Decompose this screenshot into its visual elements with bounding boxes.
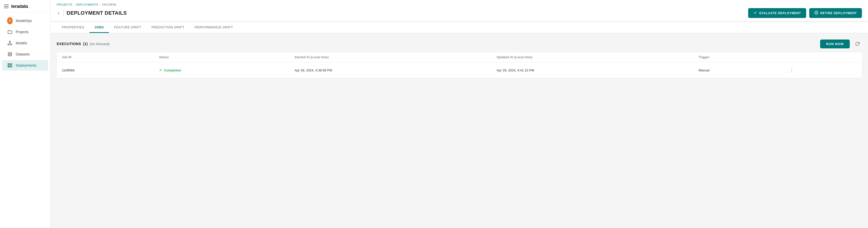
tab-feature-drift[interactable]: FEATURE DRIFT <box>109 22 147 33</box>
hamburger-icon[interactable] <box>4 5 9 8</box>
sidebar-item-datasets[interactable]: Datasets <box>2 49 49 60</box>
modelops-icon: T <box>7 18 13 24</box>
sidebar-item-label: Models <box>16 41 27 45</box>
back-button[interactable]: ‹ <box>57 10 60 16</box>
col-trigger: Trigger <box>694 53 783 62</box>
section-header: EXECUTIONS (1) [On Demand] RUN NOW <box>57 39 862 48</box>
svg-point-6 <box>8 53 11 54</box>
breadcrumb-deployments[interactable]: DEPLOYMENTS <box>76 3 98 6</box>
table-body: 1e0f6fb9 ✓ Completed Apr 29, 2024, 4:38:… <box>57 62 862 78</box>
logo: teradata. <box>11 4 30 9</box>
evaluate-deployment-button[interactable]: EVALUATE DEPLOYMENT <box>748 8 806 18</box>
datasets-icon <box>7 52 13 57</box>
section-actions: RUN NOW <box>820 39 862 48</box>
logo-dot: . <box>29 4 30 9</box>
sidebar-item-label: Projects <box>16 30 29 34</box>
executions-table: Job ID Status Started At (Local time) Up… <box>57 53 862 78</box>
breadcrumb: PROJECTS › DEPLOYMENTS › 23CC8F86 <box>57 0 862 8</box>
cell-job-id: 1e0f6fb9 <box>57 62 154 78</box>
sidebar-item-deployments[interactable]: Deployments <box>2 60 49 71</box>
svg-point-2 <box>11 44 12 45</box>
tabs-row: PROPERTIES JOBS FEATURE DRIFT PREDICTION… <box>51 22 868 33</box>
col-started-at: Started At (Local time) <box>289 53 492 62</box>
breadcrumb-projects[interactable]: PROJECTS <box>57 3 72 6</box>
svg-point-12 <box>8 67 9 67</box>
title-left: ‹ DEPLOYMENT DETAILS <box>57 10 127 16</box>
run-now-button[interactable]: RUN NOW <box>820 39 850 48</box>
tab-jobs[interactable]: JOBS <box>89 22 109 33</box>
table-head: Job ID Status Started At (Local time) Up… <box>57 53 862 62</box>
main-content: PROJECTS › DEPLOYMENTS › 23CC8F86 ‹ DEPL… <box>51 0 868 228</box>
col-status: Status <box>154 53 289 62</box>
sidebar-header: teradata. <box>0 0 51 13</box>
retire-icon <box>814 11 818 15</box>
title-row: ‹ DEPLOYMENT DETAILS EVALUATE DEPLOYMENT <box>57 8 862 21</box>
sidebar-item-modelops[interactable]: T ModelOps <box>2 15 49 26</box>
sidebar-nav: T ModelOps Projects <box>0 13 51 73</box>
evaluate-icon <box>753 11 757 15</box>
col-actions <box>782 53 862 62</box>
cell-more: ⋮ <box>782 62 862 78</box>
tab-prediction-drift[interactable]: PREDICTION DRIFT <box>147 22 189 33</box>
row-more-menu-button[interactable]: ⋮ <box>787 66 796 74</box>
status-completed: ✓ Completed <box>159 68 284 72</box>
check-icon: ✓ <box>159 68 162 72</box>
svg-line-3 <box>9 42 10 44</box>
executions-table-container: Job ID Status Started At (Local time) Up… <box>57 53 862 78</box>
cell-trigger: Manual <box>694 62 783 78</box>
table-row: 1e0f6fb9 ✓ Completed Apr 29, 2024, 4:38:… <box>57 62 862 78</box>
table-header-row: Job ID Status Started At (Local time) Up… <box>57 53 862 62</box>
tab-performance-drift[interactable]: PERFORMANCE DRIFT <box>189 22 238 33</box>
page-title: DEPLOYMENT DETAILS <box>67 10 127 16</box>
deployments-icon <box>7 63 13 68</box>
models-icon <box>7 40 13 46</box>
sidebar-item-projects[interactable]: Projects <box>2 27 49 37</box>
col-updated-at: Updated At (Local time) <box>492 53 693 62</box>
sidebar-item-label: Datasets <box>16 52 30 56</box>
folder-icon <box>7 29 13 35</box>
tab-properties[interactable]: PROPERTIES <box>57 22 89 33</box>
col-job-id: Job ID <box>57 53 154 62</box>
title-divider <box>63 10 64 16</box>
svg-point-10 <box>8 64 9 64</box>
sidebar-item-label: Deployments <box>16 63 36 67</box>
breadcrumb-sep-1: › <box>74 3 75 6</box>
sidebar-item-models[interactable]: Models <box>2 38 49 48</box>
retire-deployment-button[interactable]: RETIRE DEPLOYMENT <box>809 8 862 18</box>
logo-text: teradata <box>11 4 28 9</box>
cell-status: ✓ Completed <box>154 62 289 78</box>
sidebar: teradata. T ModelOps Projects <box>0 0 51 228</box>
breadcrumb-sep-2: › <box>99 3 101 6</box>
svg-point-11 <box>8 65 9 66</box>
refresh-icon <box>855 41 860 46</box>
sidebar-item-label: ModelOps <box>16 19 32 23</box>
svg-line-4 <box>10 42 11 44</box>
refresh-button[interactable] <box>853 39 862 48</box>
title-actions: EVALUATE DEPLOYMENT RETIRE DEPLOYMENT <box>748 8 862 18</box>
schedule-label: [On Demand] <box>90 42 110 46</box>
cell-started-at: Apr 29, 2024, 4:38:58 PM <box>289 62 492 78</box>
topbar: PROJECTS › DEPLOYMENTS › 23CC8F86 ‹ DEPL… <box>51 0 868 21</box>
breadcrumb-current: 23CC8F86 <box>102 3 116 6</box>
section-title: EXECUTIONS (1) [On Demand] <box>57 42 110 46</box>
svg-point-1 <box>8 44 9 45</box>
content-area: EXECUTIONS (1) [On Demand] RUN NOW Job <box>51 33 868 228</box>
svg-point-0 <box>9 41 11 42</box>
cell-updated-at: Apr 29, 2024, 4:41:15 PM <box>492 62 693 78</box>
